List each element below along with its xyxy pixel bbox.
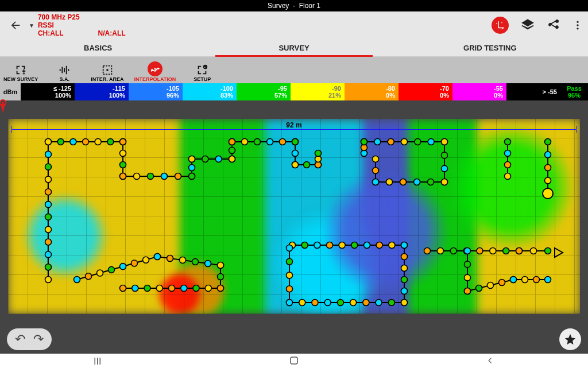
tab-grid-testing[interactable]: GRID TESTING — [392, 39, 588, 56]
new-survey-icon — [14, 64, 27, 76]
svg-point-47 — [229, 156, 235, 162]
svg-point-105 — [154, 253, 161, 259]
legend: dBm ≤ -125100%-115100%-10596%-10083%-955… — [0, 83, 588, 100]
svg-point-27 — [95, 138, 101, 145]
more-button[interactable] — [572, 18, 583, 32]
nav-back[interactable] — [486, 357, 494, 367]
dropdown-caret[interactable]: ▼ — [29, 22, 34, 29]
svg-point-68 — [361, 138, 368, 145]
share-button[interactable] — [547, 18, 560, 32]
svg-point-125 — [314, 242, 320, 248]
svg-point-89 — [505, 150, 511, 156]
channel-label: CH:ALL — [38, 29, 64, 37]
svg-point-94 — [545, 164, 551, 171]
svg-point-111 — [218, 262, 224, 268]
redo-button[interactable]: ↷ — [33, 332, 44, 347]
tool-sa[interactable]: S.A. — [48, 64, 80, 82]
svg-point-87 — [373, 156, 379, 162]
legend-bin-5: -9021% — [291, 83, 345, 100]
svg-point-103 — [143, 257, 149, 263]
svg-point-32 — [120, 161, 126, 168]
nav-recents[interactable]: III — [94, 357, 101, 367]
tool-interpolation[interactable]: INTERPOLATION — [134, 61, 176, 82]
svg-point-172 — [476, 285, 482, 291]
svg-point-102 — [131, 259, 138, 266]
svg-point-141 — [376, 299, 382, 305]
svg-point-45 — [215, 156, 222, 162]
undo-button[interactable]: ↶ — [15, 332, 25, 347]
favorite-button[interactable] — [559, 328, 581, 350]
svg-point-50 — [229, 138, 235, 145]
svg-point-114 — [218, 285, 224, 291]
svg-point-38 — [175, 173, 181, 179]
heatmap[interactable]: 92 m — [8, 119, 580, 314]
svg-point-115 — [205, 285, 211, 291]
svg-point-98 — [86, 273, 92, 279]
svg-point-139 — [401, 299, 408, 305]
tool-setup-label: SETUP — [194, 76, 211, 82]
svg-point-75 — [442, 138, 448, 145]
legend-bin-6: -800% — [345, 83, 399, 100]
svg-point-131 — [389, 242, 395, 248]
tool-inter-area[interactable]: INTER. AREA — [91, 64, 123, 82]
svg-point-117 — [181, 285, 187, 291]
status-title-right: Floor 1 — [299, 2, 320, 10]
tool-inter-area-label: INTER. AREA — [91, 76, 123, 82]
layers-button[interactable] — [520, 18, 535, 33]
svg-point-79 — [442, 179, 448, 185]
svg-point-15 — [45, 226, 52, 233]
nav-home[interactable] — [289, 355, 299, 368]
interpolation-icon — [148, 61, 163, 76]
legend-bin-9: > -55 — [506, 83, 560, 100]
legend-bin-1: -115100% — [75, 83, 129, 100]
svg-point-14 — [45, 239, 52, 245]
svg-point-133 — [401, 242, 408, 248]
svg-point-175 — [465, 274, 471, 281]
svg-point-130 — [376, 242, 382, 248]
svg-point-143 — [350, 299, 357, 305]
svg-point-10 — [2, 102, 4, 104]
svg-point-70 — [388, 138, 394, 145]
metric-label: RSSI — [38, 21, 126, 29]
tab-basics[interactable]: BASICS — [0, 39, 196, 56]
svg-point-13 — [45, 251, 52, 257]
direction-marker — [555, 248, 563, 257]
map-canvas[interactable]: 92 m — [0, 100, 588, 325]
tool-new-survey-label: NEW SURVEY — [3, 76, 38, 82]
svg-point-91 — [505, 173, 511, 179]
svg-point-59 — [292, 161, 299, 168]
svg-point-126 — [327, 242, 333, 248]
band-label: 700 MHz P25 — [38, 13, 126, 21]
svg-point-40 — [189, 173, 195, 179]
crop-button[interactable] — [492, 17, 509, 34]
back-button[interactable] — [0, 19, 31, 32]
svg-point-124 — [301, 242, 308, 248]
svg-point-174 — [465, 288, 471, 294]
svg-point-20 — [45, 164, 52, 170]
tool-new-survey[interactable]: NEW SURVEY — [3, 64, 38, 82]
svg-point-6 — [154, 68, 156, 70]
tool-interpolation-label: INTERPOLATION — [134, 76, 176, 82]
home-icon — [289, 355, 299, 366]
svg-point-97 — [74, 276, 80, 282]
svg-point-88 — [505, 138, 511, 145]
svg-point-142 — [363, 299, 369, 305]
svg-point-35 — [134, 173, 140, 179]
svg-point-176 — [465, 261, 471, 267]
svg-point-171 — [488, 282, 494, 288]
svg-point-121 — [132, 285, 138, 291]
legend-bin-4: -9557% — [237, 83, 291, 100]
svg-point-156 — [450, 247, 457, 254]
layers-icon — [520, 18, 535, 33]
tab-survey[interactable]: SURVEY — [196, 39, 392, 56]
svg-point-43 — [189, 156, 195, 162]
svg-point-64 — [315, 150, 322, 156]
tool-setup[interactable]: SETUP — [186, 64, 218, 82]
setup-icon — [196, 64, 208, 76]
svg-point-160 — [503, 247, 509, 254]
legend-bin-3: -10083% — [183, 83, 237, 100]
svg-point-83 — [386, 179, 393, 185]
svg-point-99 — [97, 270, 103, 276]
legend-pass: Pass 96% — [560, 83, 588, 100]
svg-point-19 — [45, 176, 52, 182]
